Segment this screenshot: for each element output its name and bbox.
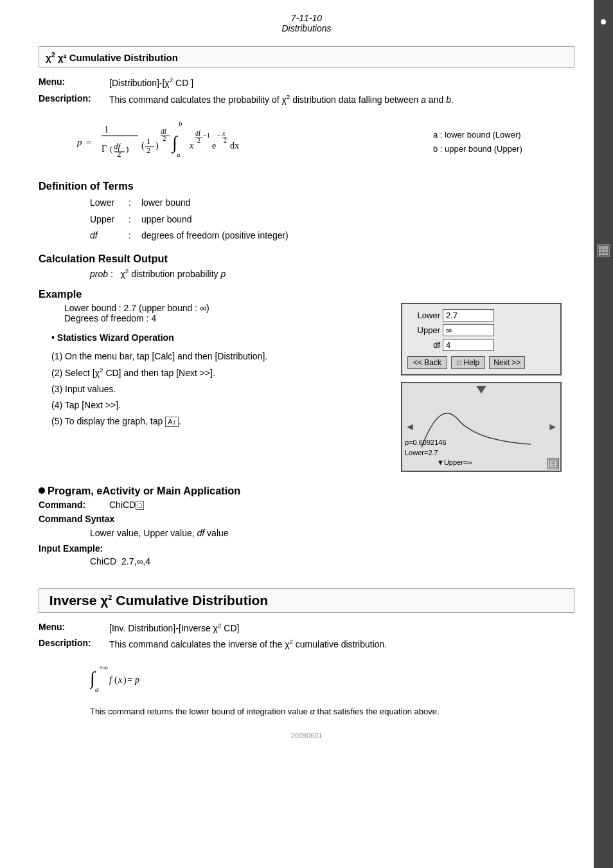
svg-text:=: = xyxy=(86,137,91,147)
calc-lower-field[interactable]: 2.7 xyxy=(443,309,494,321)
def-val-df: degrees of freedom (positive integer) xyxy=(141,228,289,244)
chi2-section-box: χ2 χ² Cumulative Distribution xyxy=(39,46,574,68)
command-row: Command: ChiCD□ xyxy=(39,500,574,510)
page-footer: 20090601 xyxy=(39,732,574,739)
footer-date: 20090601 xyxy=(291,732,323,739)
input-example-label: Input Example: xyxy=(39,543,574,554)
menu-label: Menu: xyxy=(39,77,109,88)
svg-text:f: f xyxy=(109,675,113,685)
def-val-lower: lower bound xyxy=(141,195,190,211)
svg-text:(: ( xyxy=(141,141,145,151)
svg-text:1: 1 xyxy=(104,124,109,134)
command-label: Command: xyxy=(39,500,109,510)
command-value: ChiCD□ xyxy=(109,500,144,510)
next-button[interactable]: Next >> xyxy=(489,356,525,369)
integral-formula: ∫ +∞ α f ( x ) = p xyxy=(90,658,574,699)
scroll-svg xyxy=(549,459,558,468)
calc-result-section: Calculation Result Output prob : χ2 dist… xyxy=(39,253,574,279)
syntax-title: Command Syntax xyxy=(39,514,114,524)
svg-text:p: p xyxy=(134,675,139,685)
wizard-step-5: (5) To display the graph, tap A↕. xyxy=(51,413,382,429)
definition-title: Definition of Terms xyxy=(39,180,574,192)
def-key-df: df xyxy=(90,228,129,244)
svg-text:x: x xyxy=(118,675,123,685)
svg-text:2: 2 xyxy=(147,145,151,155)
formula-svg: p = 1 Γ ( df 2 ) ( 1 2 ) df 2 xyxy=(77,113,257,171)
bottom-desc: This command returns the lower bound of … xyxy=(90,705,574,719)
description-row: Description: This command calculates the… xyxy=(39,93,574,105)
example-section: Example Lower bound : 2.7 (upper bound :… xyxy=(39,288,574,472)
graph-lower-text: Lower=2.7 xyxy=(405,448,472,458)
svg-text:=: = xyxy=(127,675,132,685)
syntax-value: Lower value, Upper value, df value xyxy=(90,528,574,538)
program-title: Program, eActivity or Main Application xyxy=(39,485,574,497)
def-sep-lower: : xyxy=(129,195,141,211)
input-example-value: ChiCD 2.7,∞,4 xyxy=(90,556,574,566)
def-key-upper: Upper xyxy=(90,212,129,228)
svg-text:): ) xyxy=(123,675,127,685)
example-content: Lower bound : 2.7 (upper bound : ∞) Degr… xyxy=(64,303,382,323)
formula-area: p = 1 Γ ( df 2 ) ( 1 2 ) df 2 xyxy=(77,113,574,171)
graph-prob-text: p=0.6092146 xyxy=(405,438,472,448)
back-button[interactable]: << Back xyxy=(407,356,447,369)
formula-right: a : lower bound (Lower) b : upper bound … xyxy=(433,128,574,156)
wizard-step-3: (3) Input values. xyxy=(51,381,382,397)
svg-text:(: ( xyxy=(114,675,118,685)
graph-button-icon: A↕ xyxy=(165,417,179,427)
calc-df-field[interactable]: 4 xyxy=(443,339,494,351)
svg-text:p: p xyxy=(77,137,82,147)
calc-ui-box: Lower 2.7 Upper ∞ df 4 << Back □ Help xyxy=(401,303,562,375)
calc-lower-label: Lower xyxy=(407,311,443,320)
svg-text:x: x xyxy=(222,130,226,137)
example-title: Example xyxy=(39,288,574,300)
calc-upper-field[interactable]: ∞ xyxy=(443,324,494,336)
calc-buttons-row: << Back □ Help Next >> xyxy=(407,356,555,369)
inverse-desc-row: Description: This command calculates the… xyxy=(39,638,574,649)
wizard-step-1: (1) On the menu bar, tap [Calc] and then… xyxy=(51,348,382,365)
calc-upper-row: Upper ∞ xyxy=(407,324,555,336)
calc-result-title: Calculation Result Output xyxy=(39,253,574,265)
syntax-row: Command Syntax xyxy=(39,514,574,524)
sidebar-dot xyxy=(601,19,606,24)
scroll-icon[interactable] xyxy=(547,458,559,469)
svg-text:a: a xyxy=(177,150,181,158)
header-line1: 7-11-10 xyxy=(39,13,574,23)
def-row-upper: Upper : upper bound xyxy=(90,212,574,228)
example-line2: Degrees of freedom : 4 xyxy=(64,313,382,323)
chicd-box-icon: □ xyxy=(136,501,144,510)
svg-text:dx: dx xyxy=(230,141,239,150)
chi2-title: χ2 χ² Cumulative Distribution xyxy=(46,51,567,63)
graph-bottom-text: p=0.6092146 Lower=2.7 ▼Upper=∞ xyxy=(405,438,472,467)
svg-text:df: df xyxy=(195,130,201,137)
svg-text:e: e xyxy=(212,141,216,150)
inverse-menu-value: [Inv. Distribution]-[Inverse χ2 CD] xyxy=(109,622,239,633)
svg-text:b: b xyxy=(179,120,182,127)
svg-text:Γ: Γ xyxy=(102,144,107,154)
svg-text:2: 2 xyxy=(117,149,121,159)
wizard-step-2: (2) Select [χ2 CD] and then tap [Next >>… xyxy=(51,365,382,381)
svg-text:): ) xyxy=(126,144,129,154)
desc-content: This command calculates the probability … xyxy=(109,93,574,105)
example-left-col: Lower bound : 2.7 (upper bound : ∞) Degr… xyxy=(39,303,382,472)
def-key-lower: Lower xyxy=(90,195,129,211)
formula-left: p = 1 Γ ( df 2 ) ( 1 2 ) df 2 xyxy=(77,113,433,171)
menu-value: [Distribution]-[χ2 CD ] xyxy=(109,77,193,88)
program-section: Program, eActivity or Main Application C… xyxy=(39,485,574,566)
svg-text:2: 2 xyxy=(224,137,227,144)
wizard-steps: • Statistics Wizard Operation (1) On the… xyxy=(51,330,382,430)
help-button[interactable]: □ Help xyxy=(451,356,485,369)
menu-row: Menu: [Distribution]-[χ2 CD ] xyxy=(39,77,574,88)
svg-text:α: α xyxy=(95,685,99,693)
calc-lower-row: Lower 2.7 xyxy=(407,309,555,321)
svg-text:(: ( xyxy=(110,144,112,154)
svg-text:x: x xyxy=(189,141,194,150)
right-sidebar xyxy=(594,0,613,868)
example-line1: Lower bound : 2.7 (upper bound : ∞) xyxy=(64,303,382,313)
def-val-upper: upper bound xyxy=(141,212,192,228)
formula-note-a: a : lower bound (Lower) xyxy=(433,128,574,142)
bullet-dot-icon xyxy=(39,487,45,494)
svg-text:2: 2 xyxy=(163,134,166,142)
def-row-df: df : degrees of freedom (positive intege… xyxy=(90,228,574,244)
svg-text:+∞: +∞ xyxy=(99,664,108,671)
def-sep-upper: : xyxy=(129,212,141,228)
